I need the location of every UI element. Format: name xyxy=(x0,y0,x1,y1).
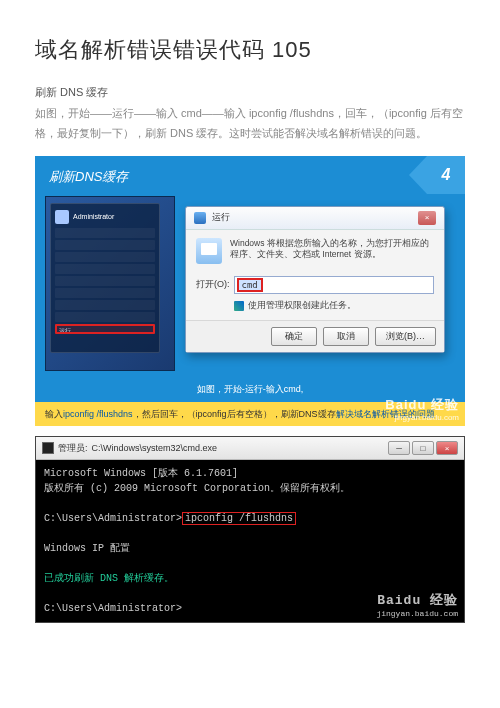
term-prompt: C:\Users\Administrator> xyxy=(44,603,182,614)
cmd-titlebar: 管理员: C:\Windows\system32\cmd.exe ─ □ × xyxy=(36,437,464,460)
start-menu-user: Administrator xyxy=(55,210,155,224)
start-menu: Administrator 运行… xyxy=(50,203,160,353)
run-admin-text: 使用管理权限创建此任务。 xyxy=(248,300,356,312)
start-menu-run-item[interactable]: 运行… xyxy=(55,324,155,334)
term-line: 版权所有 (c) 2009 Microsoft Corporation。保留所有… xyxy=(44,481,456,496)
term-success-line: 已成功刷新 DNS 解析缓存。 xyxy=(44,571,456,586)
cmd-title-prefix: 管理员: xyxy=(58,442,88,455)
figure1-header-text: 刷新DNS缓存 xyxy=(49,169,128,184)
run-input[interactable]: cmd xyxy=(234,276,435,294)
footer-text-a: 输入 xyxy=(45,409,63,419)
minimize-button[interactable]: ─ xyxy=(388,441,410,455)
step-badge: 4 xyxy=(427,156,465,194)
run-icon xyxy=(194,212,206,224)
start-menu-item xyxy=(55,300,155,310)
start-menu-username: Administrator xyxy=(73,213,114,220)
run-open-row: 打开(O): cmd xyxy=(186,272,444,296)
run-dialog: 运行 × Windows 将根据您所输入的名称，为您打开相应的程序、文件夹、文档… xyxy=(185,206,445,353)
close-button[interactable]: × xyxy=(418,211,436,225)
watermark-url: jingyan.baidu.com xyxy=(385,413,459,423)
watermark-url: jingyan.baidu.com xyxy=(376,609,458,619)
watermark-logo: Baidu 经验 xyxy=(385,397,459,413)
run-dialog-description: Windows 将根据您所输入的名称，为您打开相应的程序、文件夹、文档或 Int… xyxy=(230,238,434,264)
figure1-body: Administrator 运行… 运行 × Windows xyxy=(35,196,465,381)
footer-cmd: ipconfig /flushdns xyxy=(63,409,133,419)
watermark-logo: Baidu 经验 xyxy=(376,593,458,609)
figure1-footer: 如图，开始-运行-输入cmd, 输入ipconfig /flushdns，然后回… xyxy=(35,381,465,427)
avatar-icon xyxy=(55,210,69,224)
figure-cmd-window: 管理员: C:\Windows\system32\cmd.exe ─ □ × M… xyxy=(35,436,465,623)
cmd-title-path: C:\Windows\system32\cmd.exe xyxy=(92,443,218,453)
figure1-header: 刷新DNS缓存 4 xyxy=(35,156,465,196)
run-admin-note: 使用管理权限创建此任务。 xyxy=(186,296,444,320)
maximize-button[interactable]: □ xyxy=(412,441,434,455)
term-line: Microsoft Windows [版本 6.1.7601] xyxy=(44,466,456,481)
watermark: Baidu 经验 jingyan.baidu.com xyxy=(385,397,459,422)
start-menu-item xyxy=(55,312,155,322)
start-menu-item xyxy=(55,252,155,262)
run-dialog-titlebar: 运行 × xyxy=(186,207,444,230)
start-menu-item xyxy=(55,264,155,274)
page-title: 域名解析错误错误代码 105 xyxy=(35,35,465,65)
watermark: Baidu 经验 jingyan.baidu.com xyxy=(376,593,458,618)
figure-run-dialog: 刷新DNS缓存 4 Administrator 运行… xyxy=(35,156,465,427)
run-dialog-title: 运行 xyxy=(212,211,230,224)
footer-text-b: ，然后回车，（ipconfig后有空格），刷新DNS缓存 xyxy=(133,409,336,419)
start-menu-item xyxy=(55,276,155,286)
term-command-highlight: ipconfig /flushdns xyxy=(182,512,296,525)
intro-body: 如图，开始——运行——输入 cmd——输入 ipconfig /flushdns… xyxy=(35,104,465,144)
run-open-label: 打开(O): xyxy=(196,278,230,291)
run-body-icon xyxy=(196,238,222,264)
browse-button[interactable]: 浏览(B)… xyxy=(375,327,436,346)
term-line: C:\Users\Administrator>ipconfig /flushdn… xyxy=(44,511,456,526)
figure1-footer-bottom: 输入ipconfig /flushdns，然后回车，（ipconfig后有空格）… xyxy=(35,402,465,427)
cancel-button[interactable]: 取消 xyxy=(323,327,369,346)
terminal-body[interactable]: Microsoft Windows [版本 6.1.7601] 版权所有 (c)… xyxy=(36,460,464,622)
intro-subtitle: 刷新 DNS 缓存 xyxy=(35,85,465,100)
term-line: Windows IP 配置 xyxy=(44,541,456,556)
cmd-icon xyxy=(42,442,54,454)
run-dialog-body: Windows 将根据您所输入的名称，为您打开相应的程序、文件夹、文档或 Int… xyxy=(186,230,444,272)
run-input-value: cmd xyxy=(237,278,263,292)
run-dialog-buttons: 确定 取消 浏览(B)… xyxy=(186,320,444,352)
close-button[interactable]: × xyxy=(436,441,458,455)
ok-button[interactable]: 确定 xyxy=(271,327,317,346)
term-prompt: C:\Users\Administrator> xyxy=(44,513,182,524)
desktop-screenshot: Administrator 运行… xyxy=(45,196,175,371)
start-menu-item xyxy=(55,288,155,298)
shield-icon xyxy=(234,301,244,311)
start-menu-item xyxy=(55,240,155,250)
start-menu-item xyxy=(55,228,155,238)
